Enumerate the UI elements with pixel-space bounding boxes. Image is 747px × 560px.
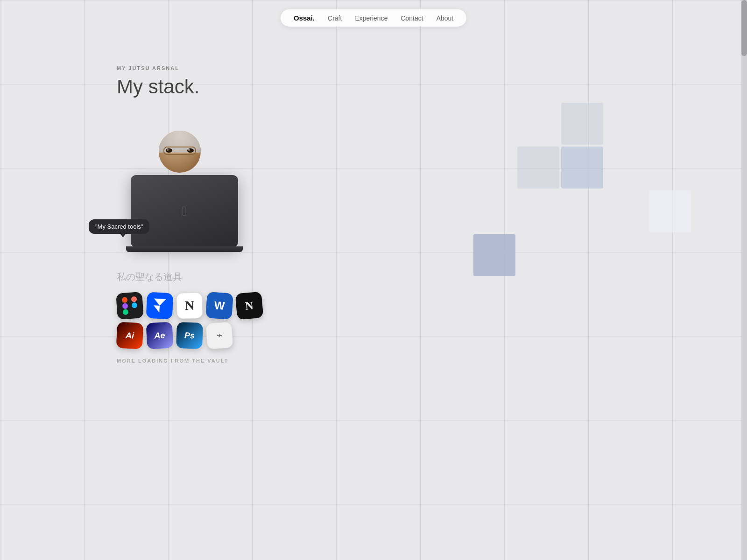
scrollbar-thumb[interactable] <box>741 0 747 56</box>
ae-label: Ae <box>154 330 165 341</box>
svg-marker-0 <box>154 298 166 306</box>
navbar: Ossai. Craft Experience Contact About <box>281 9 466 27</box>
grid-sq-9 <box>649 147 691 189</box>
memoji-eyes <box>166 148 194 153</box>
figma-icon <box>122 296 138 315</box>
figma-dot-bl <box>123 309 129 315</box>
grid-sq-10 <box>473 190 515 232</box>
nav-link-contact[interactable]: Contact <box>401 14 423 22</box>
framer-logo-svg <box>153 298 166 313</box>
icons-row-2: Ai Ae Ps ⌁ <box>117 322 266 349</box>
nav-link-craft[interactable]: Craft <box>328 14 342 22</box>
nav-brand[interactable]: Ossai. <box>294 14 315 22</box>
grid-sq-8 <box>605 147 647 189</box>
svg-marker-1 <box>153 305 160 313</box>
app-icon-raycast[interactable]: ⌁ <box>205 322 233 350</box>
nav-link-about[interactable]: About <box>437 14 454 22</box>
laptop-bottom <box>126 246 243 252</box>
app-icon-navi[interactable]: N <box>235 292 264 320</box>
grid-sq-2 <box>561 103 603 145</box>
scrollbar[interactable] <box>741 0 747 560</box>
section-title: My stack. <box>117 76 266 98</box>
grid-sq-14 <box>649 190 691 232</box>
section-eyebrow: MY JUTSU ARSNAL <box>117 65 266 71</box>
icons-row-1: N W N <box>117 293 266 319</box>
grid-sq-11 <box>517 190 559 232</box>
app-icon-word[interactable]: W <box>205 292 233 320</box>
grid-sq-12 <box>561 190 603 232</box>
grid-sq-13 <box>605 190 647 232</box>
japanese-text: 私の聖なる道具 <box>117 271 266 283</box>
avatar-area: "My Sacred tools"  <box>117 112 266 261</box>
raycast-label: ⌁ <box>216 329 223 342</box>
eye-right <box>187 148 194 153</box>
word-letter: W <box>214 299 226 313</box>
main-content: MY JUTSU ARSNAL My stack. "My Sacred too… <box>117 65 266 364</box>
grid-sq-4 <box>649 103 691 145</box>
eye-left <box>166 148 172 153</box>
decorative-grid <box>473 103 691 276</box>
grid-sq-15 <box>473 234 515 276</box>
grid-sq-7 <box>561 147 603 189</box>
grid-sq-6 <box>517 147 559 189</box>
nav-link-experience[interactable]: Experience <box>355 14 388 22</box>
grid-sq-1 <box>517 103 559 145</box>
grid-sq-17 <box>561 234 603 276</box>
more-loading-text: MORE LOADING FROM THE VAULT <box>117 358 266 364</box>
memoji-head <box>159 131 201 173</box>
app-icon-figma[interactable] <box>116 292 144 320</box>
grid-sq-19 <box>649 234 691 276</box>
app-icon-aftereffects[interactable]: Ae <box>146 322 174 350</box>
ps-label: Ps <box>184 330 195 341</box>
app-icons: N W N Ai Ae Ps <box>117 293 266 349</box>
grid-background <box>0 0 747 560</box>
ai-label: Ai <box>125 330 134 341</box>
memoji <box>154 131 205 191</box>
app-icon-photoshop[interactable]: Ps <box>176 322 203 349</box>
grid-sq-3 <box>605 103 647 145</box>
apple-logo:  <box>182 204 187 219</box>
figma-dot-tr <box>131 296 137 302</box>
speech-bubble: "My Sacred tools" <box>89 219 149 234</box>
app-icon-illustrator[interactable]: Ai <box>116 322 144 350</box>
app-icon-framer[interactable] <box>146 292 174 320</box>
grid-sq-0 <box>473 103 515 145</box>
grid-sq-5 <box>473 147 515 189</box>
grid-sq-16 <box>517 234 559 276</box>
figma-dot-mr <box>132 302 138 308</box>
figma-dot-ml <box>122 303 128 309</box>
notion-letter: N <box>184 298 194 314</box>
grid-sq-18 <box>605 234 647 276</box>
navi-letter: N <box>245 299 254 312</box>
figma-dot-tl <box>122 297 128 303</box>
app-icon-notion[interactable]: N <box>176 292 203 319</box>
